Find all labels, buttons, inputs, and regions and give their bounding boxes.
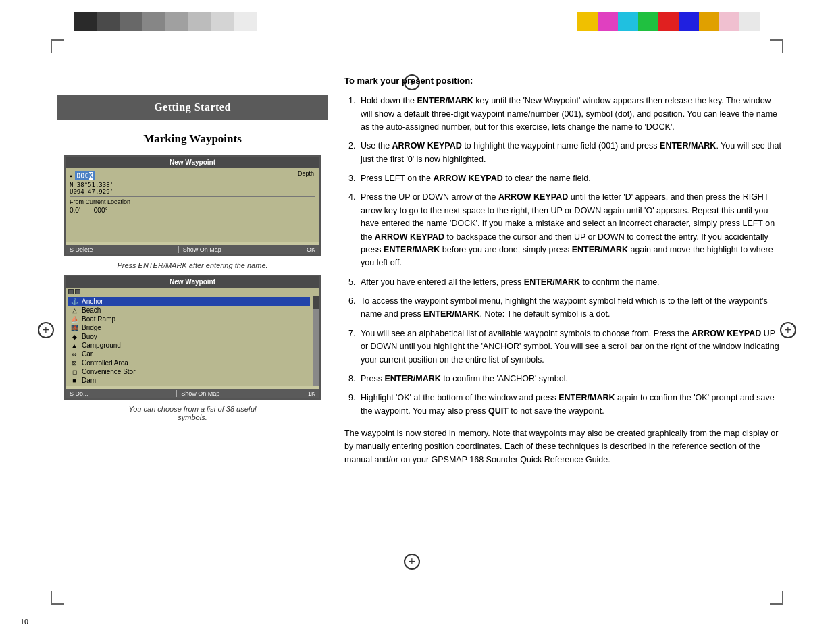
color-seg-5	[165, 12, 188, 31]
symbol-list: ⚓ Anchor △ Beach ⛵ Boat Ramp 🌉 Bridge ◆	[66, 296, 313, 386]
gps-screen1-title: New Waypoint	[66, 157, 319, 168]
top-bar-left	[74, 12, 257, 31]
step7-bold1: ARROW KEYPAD	[692, 329, 761, 338]
color-seg-1	[74, 12, 97, 31]
screen1-caption: Press ENTER/MARK after entering the name…	[64, 261, 321, 269]
color-seg-8	[234, 12, 257, 31]
color-seg-r5	[658, 12, 679, 31]
step-4: Press the UP or DOWN arrow of the ARROW …	[358, 191, 783, 269]
anchor-icon: ⚓	[70, 298, 79, 305]
section-title: Marking Waypoints	[57, 132, 328, 146]
symbol-anchor[interactable]: ⚓ Anchor	[68, 297, 310, 306]
coord-lon: U094 47.929'	[70, 188, 113, 195]
sq-icon-1	[68, 289, 74, 294]
bridge-icon: 🌉	[70, 325, 79, 331]
gps-screen2-footer: S Do... Show On Map 1K	[66, 389, 319, 398]
step4-bold3: ENTER/MARK	[384, 245, 440, 254]
step-8: Press ENTER/MARK to confirm the 'ANCHOR'…	[358, 373, 783, 385]
coord-lat: N 38°51.338'	[70, 182, 113, 188]
dot-icon: ▪	[70, 172, 72, 180]
closing-paragraph: The waypoint is now stored in memory. No…	[344, 427, 783, 466]
step-7: You will see an alphabetical list of ava…	[358, 327, 783, 367]
step-1: Hold down the ENTER/MARK key until the '…	[358, 95, 783, 134]
steps-list: Hold down the ENTER/MARK key until the '…	[344, 95, 783, 418]
footer-showonmap[interactable]: Show On Map	[178, 246, 221, 253]
gps-screen1-footer: S Delete Show On Map OK	[66, 245, 319, 254]
footer-delete[interactable]: S Delete	[70, 246, 93, 253]
symbol-convenience-store[interactable]: ◻ Convenience Stor	[68, 367, 310, 376]
right-heading: To mark your present position:	[344, 74, 783, 88]
gps-screen-1: New Waypoint ▪ DOCK Depth N 38°51.338' U…	[64, 155, 321, 256]
screen2-top-icons	[66, 288, 319, 296]
scroll-thumb[interactable]	[313, 296, 319, 309]
step4-bold1: ARROW KEYPAD	[498, 192, 568, 202]
step-3: Press LEFT on the ARROW KEYPAD to clear …	[358, 172, 783, 185]
boat-ramp-icon: ⛵	[70, 316, 79, 323]
color-seg-r4	[638, 12, 658, 31]
symbol-beach[interactable]: △ Beach	[68, 306, 310, 315]
campground-icon: ▲	[70, 342, 79, 349]
step6-bold1: ENTER/MARK	[423, 309, 479, 319]
dam-icon: ■	[70, 377, 79, 384]
step8-bold1: ENTER/MARK	[384, 374, 440, 383]
right-panel: To mark your present position: Hold down…	[344, 41, 783, 466]
step4-bold4: ENTER/MARK	[572, 245, 628, 254]
convenience-icon: ◻	[70, 369, 79, 375]
step3-bold1: ARROW KEYPAD	[433, 173, 502, 183]
gps-divider1	[70, 196, 315, 197]
beach-icon: △	[70, 307, 79, 314]
scroll-bar	[313, 296, 319, 386]
color-seg-r9	[739, 12, 760, 31]
step-2: Use the ARROW KEYPAD to highlight the wa…	[358, 140, 783, 166]
color-seg-r1	[577, 12, 598, 31]
symbol-bridge[interactable]: 🌉 Bridge	[68, 323, 310, 332]
footer2-showonmap[interactable]: Show On Map	[176, 390, 219, 397]
dist-value: 0.0'	[70, 207, 80, 214]
step-5: After you have entered all the letters, …	[358, 276, 783, 289]
color-seg-4	[142, 12, 165, 31]
color-seg-r2	[598, 12, 618, 31]
color-seg-6	[188, 12, 211, 31]
sq-icon-2	[75, 289, 80, 294]
step4-bold2: ARROW KEYPAD	[375, 232, 444, 242]
color-seg-3	[120, 12, 143, 31]
footer-ok[interactable]: OK	[307, 246, 315, 253]
car-icon: ⇔	[70, 351, 79, 358]
step9-bold1: ENTER/MARK	[558, 393, 615, 402]
color-seg-r3	[618, 12, 638, 31]
step-6: To access the waypoint symbol menu, high…	[358, 295, 783, 321]
crosshair-bottom	[404, 554, 420, 570]
gps-screen-2: New Waypoint ⚓ Anchor △ Beach ⛵ Boat Ram…	[64, 275, 321, 400]
step1-bold1: ENTER/MARK	[417, 96, 473, 105]
symbol-dam[interactable]: ■ Dam	[68, 376, 310, 385]
color-seg-r7	[699, 12, 719, 31]
symbol-buoy[interactable]: ◆ Buoy	[68, 332, 310, 341]
gps-screen2-title: New Waypoint	[66, 276, 319, 288]
vertical-divider	[336, 41, 336, 604]
screen2-caption: You can choose from a list of 38 useful …	[64, 405, 321, 421]
step-9: Highlight 'OK' at the bottom of the wind…	[358, 392, 783, 418]
step2-bold1: ARROW KEYPAD	[392, 141, 462, 151]
color-seg-2	[97, 12, 120, 31]
buoy-icon: ◆	[70, 333, 79, 340]
footer2-1k[interactable]: 1K	[308, 390, 315, 397]
symbol-controlled-area[interactable]: ⊠ Controlled Area	[68, 358, 310, 367]
step2-bold2: ENTER/MARK	[660, 141, 716, 151]
depth-value: __________	[122, 182, 155, 188]
gps-empty-space	[70, 215, 315, 242]
left-panel: Getting Started Marking Waypoints New Wa…	[51, 41, 334, 604]
symbol-car[interactable]: ⇔ Car	[68, 350, 310, 358]
gps-values: 0.0' 000°	[70, 207, 315, 214]
header-text: Getting Started	[154, 101, 231, 113]
page-number: 10	[20, 617, 28, 627]
footer2-do[interactable]: S Do...	[70, 390, 88, 397]
symbol-boat-ramp[interactable]: ⛵ Boat Ramp	[68, 315, 310, 323]
step5-bold1: ENTER/MARK	[524, 277, 580, 287]
depth-label: Depth	[298, 170, 314, 177]
bearing-value: 000°	[94, 207, 108, 214]
section-header: Getting Started	[57, 95, 328, 120]
symbol-campground[interactable]: ▲ Campground	[68, 341, 310, 350]
color-seg-r8	[719, 12, 739, 31]
controlled-area-icon: ⊠	[70, 360, 79, 367]
gps-screen2-body: ⚓ Anchor △ Beach ⛵ Boat Ramp 🌉 Bridge ◆	[66, 296, 319, 386]
